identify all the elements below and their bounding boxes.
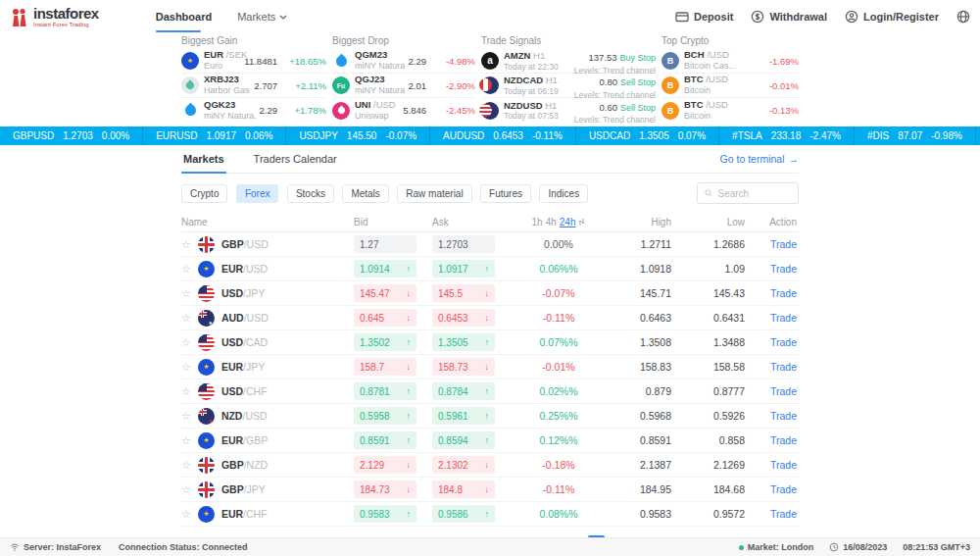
ticker-quote[interactable]: #AMZN 137.77 -1.73%	[976, 126, 980, 145]
ticker-symbol: GBPUSD	[13, 130, 54, 141]
ask-quote-button[interactable]: 0.6453	[432, 309, 495, 327]
filter-pill[interactable]: Futures	[480, 184, 531, 203]
tab-markets[interactable]: Markets	[181, 153, 226, 173]
signal-item[interactable]: NZDUSD H1 Today at 07:53 0.60Sell Stop L…	[481, 98, 656, 123]
filter-pill[interactable]: Crypto	[181, 184, 227, 203]
ticker-quote[interactable]: EURUSD 1.0917 0.06%	[143, 126, 286, 145]
tab-traders-calendar[interactable]: Traders Calendar	[252, 153, 339, 173]
ticker-quote[interactable]: AUDUSD 0.6453 -0.11%	[430, 126, 576, 145]
timeframe-option[interactable]: 1h	[532, 217, 543, 227]
withdrawal-button[interactable]: Withdrawal	[751, 10, 827, 24]
gain-item[interactable]: QGK23 miNY Natura... 2.29 +1.78%	[181, 98, 326, 123]
ask-quote-button[interactable]: 0.5961	[432, 407, 495, 425]
ask-quote-button[interactable]: 1.3505	[432, 333, 495, 351]
trade-link[interactable]: Trade	[770, 459, 797, 471]
ask-value: 2.1302	[438, 460, 468, 471]
trade-link[interactable]: Trade	[770, 336, 797, 348]
low-value: 158.58	[681, 361, 755, 373]
gain-item[interactable]: EUR /SEK Euro 11.8481 +18.65%	[181, 49, 326, 74]
timeframe-option[interactable]: 4h	[546, 217, 557, 227]
crypto-item[interactable]: BTC /USD Bitcoin -0.13%	[662, 98, 799, 123]
favorite-star-icon[interactable]	[181, 484, 191, 495]
ask-quote-button[interactable]: 1.0917	[432, 260, 495, 278]
market-widgets: Biggest Gain EUR /SEK Euro 11.8481 +18.6…	[181, 31, 799, 123]
bid-quote-button[interactable]: 1.3502	[354, 333, 416, 351]
ask-quote-button[interactable]: 145.5	[432, 284, 495, 302]
bid-quote-button[interactable]: 1.0914	[354, 260, 416, 278]
ask-quote-button[interactable]: 0.9586	[432, 505, 495, 523]
language-button[interactable]	[956, 10, 970, 24]
bid-quote-button[interactable]: 0.8591	[354, 431, 416, 449]
bid-quote-button[interactable]: 145.47	[354, 284, 416, 302]
search-box[interactable]	[697, 182, 799, 204]
filter-pill[interactable]: Raw material	[397, 184, 471, 203]
bid-quote-button[interactable]: 184.73	[354, 480, 416, 498]
bid-quote-button[interactable]: 0.9583	[354, 505, 416, 523]
ticker-value: 1.3505	[639, 130, 669, 141]
search-input[interactable]	[717, 188, 791, 199]
ticker-quote[interactable]: #TSLA 233.18 -2.47%	[719, 126, 855, 145]
trade-link[interactable]: Trade	[770, 361, 797, 373]
instaforex-logo[interactable]: instaforex Instant Forex Trading	[10, 6, 99, 27]
ask-quote-button[interactable]: 0.8594	[432, 431, 495, 449]
ask-quote-button[interactable]: 0.8784	[432, 382, 495, 400]
signal-item[interactable]: NZDCAD H1 Today at 06:19 0.80Sell Stop L…	[481, 74, 656, 98]
deposit-button[interactable]: Deposit	[675, 10, 733, 24]
bid-quote-button[interactable]: 158.7	[354, 358, 416, 376]
filter-pill[interactable]: Indices	[539, 184, 588, 203]
crypto-item[interactable]: BTC /USD Bitcoin -0.01%	[662, 74, 799, 98]
trade-link[interactable]: Trade	[770, 385, 797, 397]
trade-link[interactable]: Trade	[770, 238, 797, 250]
trade-link[interactable]: Trade	[770, 508, 797, 520]
trade-link[interactable]: Trade	[770, 410, 797, 422]
timeframe-option[interactable]: 24h	[560, 217, 576, 227]
ask-quote-button[interactable]: 184.8	[432, 480, 495, 498]
drop-item[interactable]: QGM23 miNY Natura... 2.29 -4.98%	[332, 49, 475, 74]
instrument-icon	[332, 52, 350, 70]
bid-quote-button[interactable]: 0.8781	[354, 382, 416, 400]
gain-item[interactable]: XRBJ23 Harbor Gaso... 2.707 +2.11%	[181, 74, 326, 98]
favorite-star-icon[interactable]	[181, 460, 191, 471]
favorite-star-icon[interactable]	[181, 386, 191, 397]
favorite-star-icon[interactable]	[181, 264, 191, 275]
favorite-star-icon[interactable]	[181, 411, 191, 422]
bid-quote-button[interactable]: 0.645	[354, 309, 416, 327]
trade-link[interactable]: Trade	[770, 434, 797, 446]
ticker-quote[interactable]: #DIS 87.07 -0.98%	[855, 126, 976, 145]
ask-quote-button[interactable]: 158.73	[432, 358, 495, 376]
favorite-star-icon[interactable]	[181, 362, 191, 373]
high-value: 1.3508	[612, 336, 681, 348]
ticker-quote[interactable]: USDJPY 145.50 -0.07%	[286, 126, 430, 145]
bid-quote-button[interactable]: 2.129	[354, 456, 416, 474]
trade-link[interactable]: Trade	[770, 263, 797, 275]
drop-item[interactable]: UNI /USD Uniswap 5.846 -2.45%	[332, 98, 475, 123]
favorite-star-icon[interactable]	[181, 435, 191, 446]
crypto-item[interactable]: BCH /USD Bitcoin Cas... -1.69%	[662, 49, 799, 74]
favorite-star-icon[interactable]	[181, 509, 191, 520]
filter-pill[interactable]: Stocks	[287, 184, 334, 203]
trade-link[interactable]: Trade	[770, 483, 797, 495]
ticker-quote[interactable]: GBPUSD 1.2703 0.00%	[0, 126, 143, 145]
trade-link[interactable]: Trade	[770, 287, 797, 299]
bid-quote-button[interactable]: 1.27	[354, 235, 416, 253]
crypto-change: -1.69%	[756, 56, 799, 67]
trade-link[interactable]: Trade	[770, 312, 797, 324]
filter-pill[interactable]: Forex	[236, 184, 279, 203]
ask-quote-button[interactable]: 1.2703	[432, 235, 495, 253]
favorite-star-icon[interactable]	[181, 337, 191, 348]
ticker-quote[interactable]: USDCAD 1.3505 0.07%	[576, 126, 719, 145]
nav-dashboard[interactable]: Dashboard	[156, 1, 212, 32]
favorite-star-icon[interactable]	[181, 288, 191, 299]
favorite-star-icon[interactable]	[181, 239, 191, 250]
filter-pill[interactable]: Metals	[342, 184, 388, 203]
login-register-button[interactable]: Login/Register	[845, 10, 939, 24]
low-value: 1.09	[681, 263, 755, 275]
sort-icon[interactable]	[578, 218, 585, 227]
favorite-star-icon[interactable]	[181, 313, 191, 324]
signal-item[interactable]: AMZN H1 Today at 22:30 137.53Buy Stop Le…	[481, 49, 656, 74]
nav-markets[interactable]: Markets	[237, 1, 287, 32]
drop-item[interactable]: QGJ23 miNY Natura... 2.01 -2.90%	[332, 74, 475, 98]
bid-quote-button[interactable]: 0.5958	[354, 407, 416, 425]
ask-quote-button[interactable]: 2.1302	[432, 456, 495, 474]
go-to-terminal-link[interactable]: Go to terminal →	[720, 153, 799, 173]
